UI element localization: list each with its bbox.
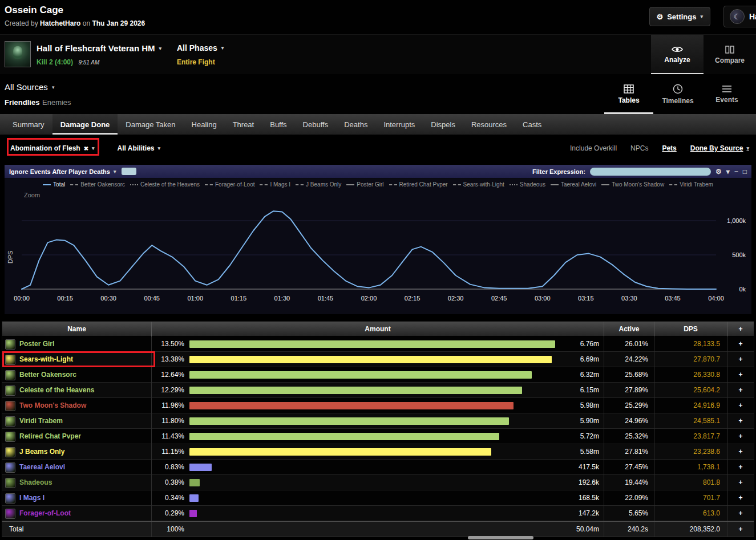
player-name-link[interactable]: Shadeous xyxy=(19,475,52,490)
player-name-link[interactable]: Retired Chat Pvper xyxy=(19,429,81,444)
horizontal-scrollbar-thumb[interactable] xyxy=(468,536,533,539)
expand-row-button[interactable]: + xyxy=(727,336,754,352)
settings-button[interactable]: ⚙ Settings ▾ xyxy=(649,7,710,26)
filter-expression-input[interactable] xyxy=(590,168,711,176)
tab-analyze[interactable]: Analyze xyxy=(651,35,704,75)
pets-toggle[interactable]: Pets xyxy=(662,144,676,152)
expand-row-button[interactable]: + xyxy=(727,460,754,475)
expand-row-button[interactable]: + xyxy=(727,429,754,444)
table-row[interactable]: J Beams Only11.15%5.58m27.81%23,238.6+ xyxy=(2,444,754,460)
sources-dropdown[interactable]: All Sources ▾ xyxy=(5,82,54,92)
expand-row-button[interactable]: + xyxy=(727,398,754,413)
tab-damage-taken[interactable]: Damage Taken xyxy=(118,114,183,135)
tab-tables[interactable]: Tables xyxy=(604,74,653,114)
legend-item[interactable]: I Mags I xyxy=(260,181,290,188)
column-header-name[interactable]: Name xyxy=(2,322,152,337)
tab-healing[interactable]: Healing xyxy=(184,114,225,135)
table-row[interactable]: Better Oakensorc12.64%6.32m25.68%26,330.… xyxy=(2,367,754,383)
player-name-link[interactable]: Sears-with-Light xyxy=(19,352,73,367)
table-row[interactable]: Poster Girl13.50%6.76m26.01%28,133.5+ xyxy=(2,336,754,352)
table-row[interactable]: Taereal Aelovi0.83%417.5k27.45%1,738.1+ xyxy=(2,460,754,475)
legend-item[interactable]: Better Oakensorc xyxy=(70,181,125,188)
tab-casts[interactable]: Casts xyxy=(515,114,549,135)
expand-row-button[interactable]: + xyxy=(727,352,754,367)
dps-chart[interactable]: 1,000k500k0k00:0000:1500:3000:4501:0001:… xyxy=(5,200,751,312)
tab-resources[interactable]: Resources xyxy=(463,114,515,135)
tab-damage-done[interactable]: Damage Done xyxy=(52,114,118,135)
ignore-deaths-toggle[interactable] xyxy=(122,168,136,175)
tab-deaths[interactable]: Deaths xyxy=(336,114,375,135)
column-header-amount[interactable]: Amount xyxy=(152,322,604,337)
tab-timelines[interactable]: Timelines xyxy=(653,74,702,114)
legend-item[interactable]: Shadeous xyxy=(510,181,545,188)
expand-row-button[interactable]: + xyxy=(727,444,754,460)
done-by-source-dropdown[interactable]: Done By Source ▾ xyxy=(690,144,749,152)
chart-settings-gear-icon[interactable]: ⚙ xyxy=(715,168,722,176)
legend-item[interactable]: Forager-of-Loot xyxy=(205,181,254,188)
legend-item[interactable]: Retired Chat Pvper xyxy=(389,181,448,188)
tab-dispels[interactable]: Dispels xyxy=(423,114,463,135)
table-row[interactable]: I Mags I0.34%168.5k22.09%701.7+ xyxy=(2,490,754,506)
table-row[interactable]: Shadeous0.38%192.6k19.44%801.8+ xyxy=(2,475,754,490)
column-header-dps[interactable]: DPS xyxy=(654,322,727,337)
legend-item[interactable]: Two Moon's Shadow xyxy=(601,181,664,188)
expand-row-button[interactable]: + xyxy=(727,490,754,506)
maximize-icon[interactable]: □ xyxy=(743,168,747,176)
close-icon[interactable]: ✖ xyxy=(84,145,88,152)
total-expand-button[interactable]: + xyxy=(727,522,754,537)
report-author-link[interactable]: HatchetHaro xyxy=(40,19,80,27)
player-name-link[interactable]: Better Oakensorc xyxy=(19,367,76,383)
table-row[interactable]: Viridi Trabem11.80%5.90m24.96%24,585.1+ xyxy=(2,413,754,429)
chart-header: Ignore Events After Player Deaths ▾ Filt… xyxy=(5,165,751,178)
legend-item[interactable]: Celeste of the Heavens xyxy=(130,181,200,188)
tab-summary[interactable]: Summary xyxy=(5,114,52,135)
user-menu-button[interactable]: ☾ Hat xyxy=(723,6,756,27)
legend-item[interactable]: J Beams Only xyxy=(296,181,341,188)
expand-row-button[interactable]: + xyxy=(727,413,754,429)
player-name-link[interactable]: Celeste of the Heavens xyxy=(19,383,94,398)
legend-item[interactable]: Poster Girl xyxy=(346,181,383,188)
tab-compare[interactable]: Compare xyxy=(704,35,756,75)
table-row[interactable]: Forager-of-Loot0.29%147.2k5.65%613.0+ xyxy=(2,506,754,521)
target-filter-chip[interactable]: Abomination of Flesh ✖ ▾ xyxy=(10,144,95,152)
table-row[interactable]: Two Moon's Shadow11.96%5.98m25.29%24,916… xyxy=(2,398,754,413)
column-header-active[interactable]: Active xyxy=(604,322,654,337)
fight-dropdown[interactable]: Hall of Fleshcraft Veteran HM ▾ xyxy=(37,43,161,53)
legend-line-swatch xyxy=(70,184,78,185)
table-row[interactable]: Celeste of the Heavens12.29%6.15m27.89%2… xyxy=(2,383,754,398)
player-name-link[interactable]: Poster Girl xyxy=(19,336,54,352)
abilities-filter-dropdown[interactable]: All Abilities ▾ xyxy=(118,144,160,152)
tab-threat[interactable]: Threat xyxy=(225,114,262,135)
legend-item[interactable]: Total xyxy=(43,181,65,188)
npcs-toggle[interactable]: NPCs xyxy=(630,144,648,152)
include-overkill-toggle[interactable]: Include Overkill xyxy=(570,144,617,152)
minimize-icon[interactable]: − xyxy=(734,168,738,176)
legend-item[interactable]: Taereal Aelovi xyxy=(551,181,596,188)
chevron-down-icon[interactable]: ▾ xyxy=(726,168,730,176)
tab-debuffs[interactable]: Debuffs xyxy=(295,114,337,135)
player-name-link[interactable]: J Beams Only xyxy=(19,444,64,460)
boss-portrait[interactable] xyxy=(5,41,31,67)
expand-row-button[interactable]: + xyxy=(727,475,754,490)
enemies-toggle[interactable]: Enemies xyxy=(42,98,71,107)
total-bar-cell xyxy=(188,522,556,537)
expand-row-button[interactable]: + xyxy=(727,367,754,383)
player-name-link[interactable]: Viridi Trabem xyxy=(19,413,63,429)
tab-interrupts[interactable]: Interrupts xyxy=(375,114,423,135)
tab-buffs[interactable]: Buffs xyxy=(262,114,294,135)
player-name-link[interactable]: Taereal Aelovi xyxy=(19,460,65,475)
tab-events[interactable]: Events xyxy=(702,74,751,114)
table-row[interactable]: Sears-with-Light13.38%6.69m24.22%27,870.… xyxy=(2,352,754,367)
column-header-plus[interactable]: + xyxy=(727,322,754,337)
expand-row-button[interactable]: + xyxy=(727,383,754,398)
friendlies-toggle[interactable]: Friendlies xyxy=(5,98,39,107)
player-name-link[interactable]: Forager-of-Loot xyxy=(19,506,71,521)
legend-item[interactable]: Sears-with-Light xyxy=(453,181,504,188)
ignore-deaths-dropdown[interactable]: Ignore Events After Player Deaths ▾ xyxy=(9,168,116,175)
table-row[interactable]: Retired Chat Pvper11.43%5.72m25.32%23,81… xyxy=(2,429,754,444)
expand-row-button[interactable]: + xyxy=(727,506,754,521)
legend-item[interactable]: Viridi Trabem xyxy=(669,181,713,188)
phases-dropdown[interactable]: All Phases ▾ xyxy=(177,43,224,52)
player-name-link[interactable]: I Mags I xyxy=(19,490,45,506)
player-name-link[interactable]: Two Moon's Shadow xyxy=(19,398,86,413)
